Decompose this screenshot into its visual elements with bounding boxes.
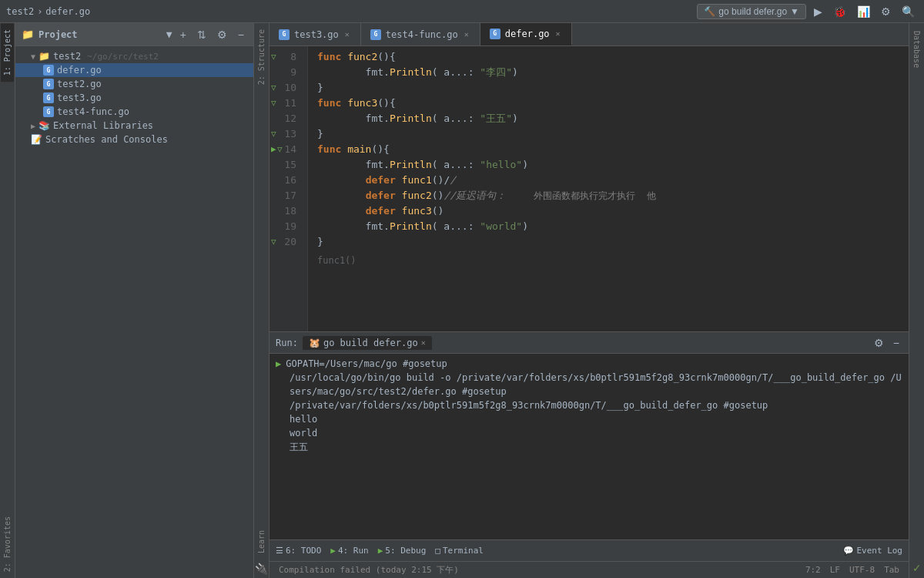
more-run-button[interactable]: ⚙ xyxy=(878,4,894,19)
run-output-text: world xyxy=(290,426,317,440)
line-number-10: ▽ 10 xyxy=(270,80,301,96)
search-button[interactable]: 🔍 xyxy=(899,4,918,19)
status-right: 7:2 LF UTF-8 Tab xyxy=(805,565,899,575)
event-log-label: Event Log xyxy=(856,546,902,556)
editor-and-bottom: G test3.go ✕ G test4-func.go ✕ G defer.g… xyxy=(270,23,909,578)
project-header: 📁 Project ▼ + ⇅ ⚙ − xyxy=(15,23,253,46)
code-line-18: defer func3() xyxy=(308,203,909,219)
chevron-icon: ▼ xyxy=(790,6,799,17)
keyword: func xyxy=(317,142,347,157)
syntax: ( a...: xyxy=(432,111,480,126)
run-tab[interactable]: 🐹 go build defer.go ✕ xyxy=(303,336,432,350)
line-number-12: 12 xyxy=(270,111,301,126)
breadcrumb-hint-text: func1() xyxy=(317,253,357,268)
tab-database-vertical[interactable]: Database xyxy=(910,26,923,72)
project-sync-btn[interactable]: ⇅ xyxy=(194,27,209,42)
tree-item-test2-go[interactable]: G test2.go xyxy=(15,77,253,91)
syntax: fmt xyxy=(317,111,383,126)
tree-label: External Libraries xyxy=(53,120,153,131)
todo-label: 6: TODO xyxy=(286,546,321,556)
middle-vertical-tabs: 2: Structure Learn 🔌 xyxy=(254,23,270,578)
project-close-btn[interactable]: − xyxy=(235,27,247,42)
code-line-15: fmt.Println( a...: "hello") xyxy=(308,157,909,173)
tab-test4-func-go[interactable]: G test4-func.go ✕ xyxy=(361,23,480,45)
fold-icon-11[interactable]: ▽ xyxy=(271,96,276,111)
project-add-btn[interactable]: + xyxy=(177,27,189,42)
debug-icon: ▶ xyxy=(378,546,383,556)
syntax: . xyxy=(383,65,390,80)
tab-favorites-vertical[interactable]: 2: Favorites xyxy=(1,510,14,578)
fold-icon-8[interactable]: ▽ xyxy=(271,49,276,65)
fold-icon-13[interactable]: ▽ xyxy=(271,126,276,142)
go-file-icon: G xyxy=(370,29,381,40)
status-encoding[interactable]: UTF-8 xyxy=(849,565,875,575)
debug-button[interactable]: 🐞 xyxy=(830,4,849,19)
fold-icon-14[interactable]: ▽ xyxy=(277,142,283,157)
editor-upper: G test3.go ✕ G test4-func.go ✕ G defer.g… xyxy=(270,23,909,331)
tab-learn-vertical[interactable]: Learn xyxy=(255,524,268,560)
tree-item-external-libraries[interactable]: ▶ 📚 External Libraries xyxy=(15,119,253,133)
tabs-bar: G test3.go ✕ G test4-func.go ✕ G defer.g… xyxy=(270,23,909,46)
status-indent[interactable]: Tab xyxy=(884,565,899,575)
toolbar-event-log[interactable]: 💬 Event Log xyxy=(843,546,902,556)
status-bar: Compilation failed (today 2:15 下午) 7:2 L… xyxy=(270,561,909,578)
toolbar-run[interactable]: ▶ 4: Run xyxy=(330,546,368,556)
toolbar-debug[interactable]: ▶ 5: Debug xyxy=(378,546,427,556)
tree-item-test2[interactable]: ▼ 📁 test2 ~/go/src/test2 xyxy=(15,49,253,63)
tab-close-icon[interactable]: ✕ xyxy=(463,30,470,39)
line-number-20: ▽ 20 xyxy=(270,234,301,250)
fold-icon-20[interactable]: ▽ xyxy=(271,234,276,250)
run-output-line-world: world xyxy=(276,426,902,440)
tab-close-icon[interactable]: ✕ xyxy=(554,29,562,38)
syntax xyxy=(317,188,366,203)
toolbar-todo[interactable]: ☰ 6: TODO xyxy=(276,546,321,556)
code-area[interactable]: func func2(){ fmt.Println( a...: "李四") }… xyxy=(308,46,909,331)
fold-icon-10[interactable]: ▽ xyxy=(271,80,276,96)
tab-defer-go[interactable]: G defer.go ✕ xyxy=(480,23,572,45)
project-settings-btn[interactable]: ⚙ xyxy=(214,27,230,42)
run-settings-button[interactable]: ⚙ xyxy=(871,335,887,351)
run-tab-close-icon[interactable]: ✕ xyxy=(421,338,426,347)
go-file-icon: G xyxy=(490,29,500,39)
chevron-icon: ▼ xyxy=(31,52,35,61)
tooltip-text: 外围函数都执行完才执行 他 xyxy=(506,188,656,203)
method-name: Println xyxy=(390,65,432,80)
keyword: func xyxy=(317,96,347,111)
tree-label: test2 xyxy=(53,51,81,62)
code-line-10: } xyxy=(308,80,909,96)
func-name: main xyxy=(347,142,371,157)
tab-structure-vertical[interactable]: 2: Structure xyxy=(255,23,268,91)
project-title: Project xyxy=(38,29,162,40)
tab-close-icon[interactable]: ✕ xyxy=(343,30,351,39)
status-position[interactable]: 7:2 xyxy=(805,565,821,575)
tree-item-test3-go[interactable]: G test3.go xyxy=(15,91,253,105)
tree-item-test4-func-go[interactable]: G test4-func.go xyxy=(15,105,253,119)
run-panel: Run: 🐹 go build defer.go ✕ ⚙ − ▶ GOPATH=… xyxy=(270,331,909,539)
toolbar-terminal[interactable]: □ Terminal xyxy=(435,546,484,556)
scratches-icon: 📝 xyxy=(31,134,42,145)
status-line-ending[interactable]: LF xyxy=(830,565,840,575)
right-sidebar: Database ✓ xyxy=(909,23,924,578)
syntax: } xyxy=(317,234,323,250)
run-output-text: GOPATH=/Users/mac/go #gosetup xyxy=(286,357,447,371)
tree-item-defer-go[interactable]: G defer.go xyxy=(15,63,253,77)
tree-item-scratches[interactable]: 📝 Scratches and Consoles xyxy=(15,133,253,146)
run-minimize-button[interactable]: − xyxy=(890,335,902,351)
string-literal: "李四" xyxy=(480,65,512,80)
run-button[interactable]: ▶ xyxy=(811,4,825,19)
code-line-16: defer func1()// xyxy=(308,173,909,188)
line-number-8: ▽ 8 xyxy=(270,49,301,65)
tab-label: test3.go xyxy=(294,29,339,40)
run-config-button[interactable]: 🔨 go build defer.go ▼ xyxy=(697,4,806,19)
line-number-19: 19 xyxy=(270,219,301,234)
tab-test3-go[interactable]: G test3.go ✕ xyxy=(270,23,361,45)
code-line-9: fmt.Println( a...: "李四") xyxy=(308,65,909,80)
breadcrumb-separator: › xyxy=(37,6,42,17)
tab-project-vertical[interactable]: 1: Project xyxy=(1,23,14,82)
tree-label: test2.go xyxy=(57,79,102,89)
syntax: } xyxy=(317,126,323,142)
coverage-button[interactable]: 📊 xyxy=(854,4,873,19)
run-output-line-wangwu: 王五 xyxy=(276,440,902,454)
run-gutter-icon-14[interactable]: ▶ xyxy=(271,142,276,157)
plugin-icon[interactable]: 🔌 xyxy=(252,560,271,578)
